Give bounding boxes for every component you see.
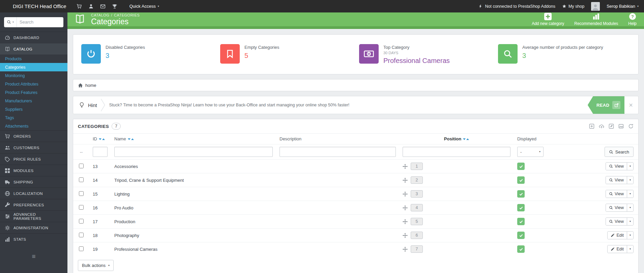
sidebar-item-customers[interactable]: CUSTOMERS: [0, 142, 67, 153]
breadcrumb-bar: home: [73, 79, 639, 91]
sidebar-item-orders[interactable]: ORDERS: [0, 130, 67, 142]
row-actions-dropdown[interactable]: ▾: [627, 232, 633, 239]
bulk-actions-button[interactable]: Bulk actions ▾: [78, 260, 114, 271]
displayed-toggle[interactable]: [517, 218, 525, 225]
help-icon: ?: [629, 13, 636, 20]
filter-displayed-select[interactable]: - ▾: [517, 147, 544, 157]
search-input[interactable]: [17, 20, 63, 25]
drag-handle-icon[interactable]: [403, 164, 408, 169]
view-button[interactable]: View: [606, 218, 627, 225]
panel-image-icon[interactable]: [618, 124, 624, 129]
row-actions-dropdown[interactable]: ▾: [627, 218, 633, 225]
recommended-modules-button[interactable]: Recommended Modules: [574, 13, 618, 26]
row-checkbox[interactable]: [79, 205, 84, 210]
sidebar-item-product-attributes[interactable]: Product Attributes: [0, 80, 67, 88]
drag-handle-icon[interactable]: [403, 219, 408, 224]
row-actions-dropdown[interactable]: ▾: [627, 163, 633, 170]
sidebar-item-products[interactable]: Products: [0, 55, 67, 63]
sidebar-item-product-features[interactable]: Product Features: [0, 88, 67, 97]
sidebar-item-attachments[interactable]: Attachments: [0, 122, 67, 130]
sort-position-icons[interactable]: [463, 138, 469, 140]
filter-description-input[interactable]: [280, 147, 396, 157]
drag-handle-icon[interactable]: [403, 205, 408, 210]
displayed-toggle[interactable]: [517, 245, 525, 253]
drag-handle-icon[interactable]: [403, 178, 408, 183]
read-button[interactable]: READ: [588, 96, 624, 114]
sidebar-item-tags[interactable]: Tags: [0, 113, 67, 122]
sidebar-item-dashboard[interactable]: DASHBOARD: [0, 32, 67, 43]
row-checkbox[interactable]: [79, 233, 84, 237]
sidebar-item-localization[interactable]: LOCALIZATION: [0, 187, 67, 199]
filter-search-button[interactable]: Search: [605, 147, 634, 157]
sidebar-item-manufacturers[interactable]: Manufacturers: [0, 97, 67, 105]
view-button[interactable]: View: [606, 190, 627, 198]
panel-add-icon[interactable]: [589, 124, 594, 129]
row-checkbox[interactable]: [79, 164, 84, 168]
addons-status-link[interactable]: Not connected to PrestaShop Addons: [478, 4, 555, 9]
drag-handle-icon[interactable]: [403, 247, 408, 252]
sidebar-item-categories[interactable]: Categories: [0, 63, 67, 71]
row-checkbox[interactable]: [79, 219, 84, 224]
table-row-production: 17 Production 5 View ▾: [73, 215, 638, 229]
help-button[interactable]: ? Help: [628, 13, 637, 26]
sidebar-item-administration[interactable]: ADMINISTRATION: [0, 222, 67, 233]
row-checkbox[interactable]: [79, 246, 84, 251]
sidebar-item-price-rules[interactable]: PRICE RULES: [0, 153, 67, 165]
column-header-name[interactable]: Name: [114, 136, 126, 141]
panel-edit-icon[interactable]: [609, 124, 614, 129]
trophy-icon[interactable]: [112, 4, 117, 9]
sidebar-item-advanced-parameters[interactable]: ADVANCED PARAMETERS: [0, 210, 67, 222]
sidebar-item-stats[interactable]: STATS: [0, 233, 67, 245]
shop-name-link[interactable]: DIGI TECH Head Office: [13, 3, 66, 9]
close-icon[interactable]: ×: [629, 102, 633, 108]
sort-name-icons[interactable]: [128, 138, 134, 140]
sidebar-item-shipping[interactable]: SHIPPING: [0, 176, 67, 187]
employee-menu[interactable]: Serop Babikian ▾: [607, 4, 639, 9]
breadcrumb-categories[interactable]: CATEGORIES: [114, 13, 140, 17]
displayed-toggle[interactable]: [517, 163, 525, 170]
menu-collapse-toggle[interactable]: ≡: [0, 248, 67, 273]
sidebar-item-preferences[interactable]: PREFERENCES: [0, 199, 67, 210]
filter-name-input[interactable]: [114, 147, 273, 157]
sidebar-item-monitoring[interactable]: Monitoring: [0, 71, 67, 80]
view-button[interactable]: View: [606, 176, 627, 184]
edit-button[interactable]: Edit: [608, 232, 627, 239]
drag-handle-icon[interactable]: [403, 233, 408, 238]
drag-handle-icon[interactable]: [403, 192, 408, 197]
breadcrumb-home-link[interactable]: home: [78, 83, 96, 88]
breadcrumb-catalog[interactable]: CATALOG: [91, 13, 109, 17]
row-actions-dropdown[interactable]: ▾: [627, 176, 633, 184]
column-header-id[interactable]: ID: [93, 136, 97, 141]
modules-bars-icon: [592, 13, 600, 20]
panel-refresh-icon[interactable]: [628, 124, 634, 129]
edit-button[interactable]: Edit: [608, 245, 627, 253]
column-header-position[interactable]: Position: [444, 136, 461, 141]
row-actions-dropdown[interactable]: ▾: [627, 245, 633, 253]
quick-access-menu[interactable]: Quick Access ▾: [129, 4, 159, 9]
view-button[interactable]: View: [606, 163, 627, 170]
displayed-toggle[interactable]: [517, 190, 525, 198]
mail-icon[interactable]: [100, 4, 106, 9]
panel-export-icon[interactable]: [599, 124, 604, 129]
cart-icon[interactable]: [77, 4, 82, 9]
displayed-toggle[interactable]: [517, 176, 525, 184]
sort-id-icons[interactable]: [99, 138, 105, 140]
filter-position-input[interactable]: [403, 147, 510, 157]
sidebar-item-suppliers[interactable]: Suppliers: [0, 105, 67, 113]
row-checkbox[interactable]: [79, 191, 84, 196]
filter-id-input[interactable]: [93, 147, 108, 157]
row-checkbox[interactable]: [79, 177, 84, 182]
row-actions-dropdown[interactable]: ▾: [627, 204, 633, 211]
add-new-category-button[interactable]: Add new category: [532, 13, 564, 26]
my-shop-link[interactable]: My shop: [562, 4, 584, 9]
avatar[interactable]: [591, 2, 600, 11]
displayed-toggle[interactable]: [517, 204, 525, 211]
chevron-down-icon: ▾: [108, 264, 110, 267]
search-scope-selector[interactable]: ▾: [4, 17, 17, 27]
view-button[interactable]: View: [606, 204, 627, 211]
displayed-toggle[interactable]: [517, 232, 525, 239]
row-actions-dropdown[interactable]: ▾: [627, 190, 633, 198]
sidebar-item-catalog[interactable]: CATALOG: [0, 43, 67, 55]
customer-icon[interactable]: [88, 4, 94, 9]
sidebar-item-modules[interactable]: MODULES: [0, 165, 67, 176]
